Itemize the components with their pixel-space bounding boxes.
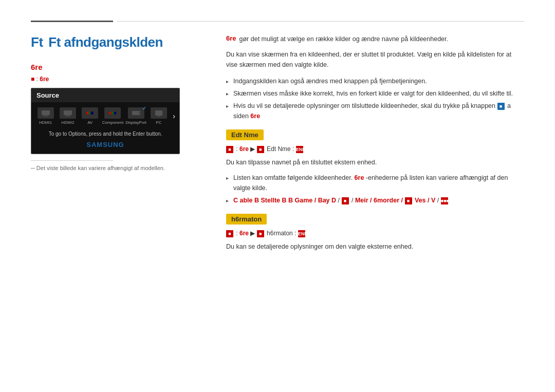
s2b2-icon2: ■ [405, 197, 412, 204]
component-label: Component [102, 120, 123, 125]
section2-badge: Edt Nme [226, 129, 264, 140]
section2-container: Edt Nme ■ : 6re ▶ ■ Edt Nme : ENE Du kan… [226, 129, 524, 206]
nav3-icon-red: ■ [226, 230, 233, 237]
image-rule [31, 160, 113, 161]
nav-icon: ■ [31, 76, 34, 83]
nav-icon-red: ■ [226, 146, 233, 153]
source-icon-hdmi1: HDMI1 [35, 107, 55, 125]
source-icon-component: Component [102, 107, 123, 125]
nav-sep1: : [236, 145, 239, 153]
source-icon-displayport: ✓ DisplayPort [125, 107, 146, 125]
title-text: Ft afndgangsklden [48, 34, 163, 50]
left-section-heading: 6re [31, 63, 206, 71]
nav3-arrow: ▶ [250, 230, 256, 237]
nav3-icon2: ■ [257, 230, 264, 237]
hdmi2-box [60, 107, 76, 119]
source-arrow-icon: › [173, 112, 175, 120]
nav-editname: Edt Nme : [267, 145, 296, 153]
bullet-list-1: Indgangskilden kan også ændres med knapp… [226, 76, 524, 121]
svg-rect-0 [42, 110, 50, 115]
left-column: Ft Ft afndgangsklden 6re ■ : 6re Source [31, 34, 206, 260]
source-options-text: To go to Options, press and hold the Ent… [31, 127, 179, 139]
source-bar-title: Source [36, 91, 59, 99]
source-icon-av: AV [80, 107, 100, 125]
pc-box [151, 107, 167, 119]
intro-paragraph: Du kan vise skærmen fra en kildeenhed, d… [226, 49, 524, 70]
source-screen: Source HDMI1 [31, 88, 180, 154]
intro-text: gør det muligt at vælge en række kilder … [239, 34, 448, 44]
section3-nav: ■ : 6re ▶ ■ h6rmaton : ENE [226, 230, 524, 237]
svg-rect-13 [157, 116, 160, 117]
section2-bullet-1: Listen kan omfatte følgende kildeenheder… [226, 173, 524, 193]
footnote: Det viste billede kan variere afhængigt … [31, 165, 206, 171]
s2b2-ves: Ves / V [415, 197, 435, 204]
section2-paragraph: Du kan tilpasse navnet på en tilsluttet … [226, 157, 524, 167]
section3-container: h6rmaton ■ : 6re ▶ ■ h6rmaton : ENE Du k… [226, 214, 524, 252]
source-icon-pc: PC [149, 107, 169, 125]
hdmi1-box [38, 107, 54, 119]
av-box [82, 107, 98, 119]
hdmi2-label: HDMI2 [61, 120, 74, 125]
bullet-text-3-red: 6re [250, 113, 260, 120]
pc-label: PC [156, 120, 161, 125]
section3-paragraph: Du kan se detaljerede oplysninger om den… [226, 241, 524, 252]
bullet-text-3-prefix: Hvis du vil se detaljerede oplysninger o… [233, 102, 497, 109]
displayport-label: DisplayPort [125, 120, 146, 125]
svg-rect-3 [65, 115, 70, 117]
s2b2-meir: Meir / 6morder / [355, 197, 403, 204]
bullet-text-2: Skærmen vises måske ikke korrekt, hvis e… [233, 90, 513, 97]
top-rule [31, 21, 524, 22]
nav3-source: 6re [239, 230, 249, 237]
source-bar: Source [31, 88, 179, 102]
s2b2-rest: / [338, 197, 342, 204]
svg-point-9 [114, 112, 117, 115]
svg-rect-1 [43, 115, 48, 117]
s2b2-icon1: ■ [342, 197, 349, 204]
s2b2-slash2: / [437, 197, 441, 204]
nav-source: 6re [40, 76, 49, 83]
nav3-info: h6rmaton : [267, 230, 298, 237]
rule-thick [31, 21, 113, 22]
section2-nav: ■ : 6re ▶ ■ Edt Nme : ENE [226, 145, 524, 153]
s2b2-slash1: / [351, 197, 355, 204]
component-box [104, 107, 121, 119]
displayport-box: ✓ [128, 107, 144, 119]
svg-point-7 [109, 112, 112, 115]
bullet-item-1: Indgangskilden kan også ændres med knapp… [226, 76, 524, 86]
page-title: Ft Ft afndgangsklden [31, 34, 206, 50]
av-label: AV [87, 120, 92, 125]
section3-badge: h6rmaton [226, 214, 267, 225]
hdmi1-label: HDMI1 [39, 120, 52, 125]
svg-point-8 [112, 112, 114, 115]
nav-arrow1: ▶ [250, 145, 256, 153]
nav-source2: 6re [239, 145, 249, 153]
nav3-ene: ENE [298, 230, 305, 237]
s2b2-icon3: ■■■ [441, 197, 448, 204]
two-col-layout: Ft Ft afndgangsklden 6re ■ : 6re Source [31, 34, 524, 260]
svg-rect-12 [155, 110, 162, 116]
s2b1-text: Listen kan omfatte følgende kildeenheder… [233, 174, 355, 181]
bullet-item-3: Hvis du vil se detaljerede oplysninger o… [226, 101, 524, 121]
s2b2-text: C able B Stellte B B Game / Bay D [233, 197, 336, 204]
s2b1-red: 6re [355, 174, 364, 181]
source-icons-row: HDMI1 HDMI2 [31, 102, 179, 127]
page-container: Ft Ft afndgangsklden 6re ■ : 6re Source [0, 0, 555, 281]
svg-point-6 [90, 111, 94, 115]
samsung-logo: SAMSUNG [31, 139, 179, 154]
title-icon: Ft [31, 34, 43, 50]
samsung-logo-text: SAMSUNG [86, 141, 124, 148]
section2-bullets: Listen kan omfatte følgende kildeenheder… [226, 173, 524, 206]
nav-icon-red2: ■ [257, 146, 264, 153]
checkmark-icon: ✓ [142, 105, 146, 111]
intro-label: 6re [226, 34, 236, 42]
rule-thin [117, 21, 524, 22]
bullet-text-1: Indgangskilden kan også ændres med knapp… [233, 78, 427, 85]
button-icon-blue: ■ [497, 103, 505, 110]
left-nav-path: ■ : 6re [31, 76, 206, 83]
bullet-item-2: Skærmen vises måske ikke korrekt, hvis e… [226, 88, 524, 99]
nav3-sep1: : [236, 230, 239, 237]
right-intro: 6re gør det muligt at vælge en række kil… [226, 34, 524, 44]
nav-icon-ene: ENE [296, 146, 303, 153]
section2-bullet-2: C able B Stellte B B Game / Bay D / ■ / … [226, 195, 524, 206]
right-column: 6re gør det muligt at vælge en række kil… [226, 34, 524, 260]
